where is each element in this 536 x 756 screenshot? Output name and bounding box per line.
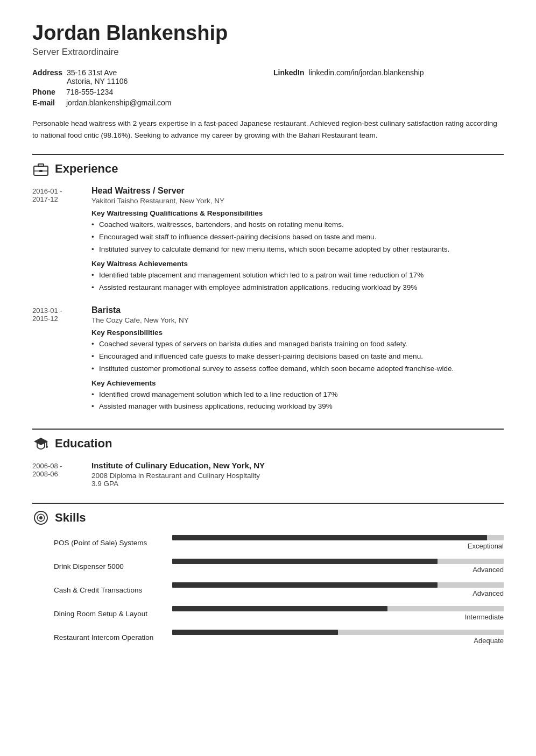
address-block: Address 35-16 31st Ave Astoria, NY 11106 xyxy=(32,68,263,85)
address-value: 35-16 31st Ave Astoria, NY 11106 xyxy=(67,68,128,85)
bullet-item: Coached several types of servers on bari… xyxy=(91,339,504,350)
subsection-heading-1-1: Key Waitressing Qualifications & Respons… xyxy=(91,209,504,217)
subsection-heading-1-2: Key Waitress Achievements xyxy=(91,260,504,268)
graduation-icon xyxy=(32,435,50,452)
bullet-item: Identified crowd management solution whi… xyxy=(91,389,504,401)
skill-bar-area-0: Exceptional xyxy=(172,535,504,550)
edu-content-1: Institute of Culinary Education, New Yor… xyxy=(91,461,504,488)
skill-row-0: POS (Point of Sale) Systems Exceptional xyxy=(54,535,504,550)
skill-name-0: POS (Point of Sale) Systems xyxy=(54,539,161,547)
linkedin-block: LinkedIn linkedin.com/in/jordan.blankens… xyxy=(273,68,504,85)
skill-bar-track-2 xyxy=(172,582,504,588)
skill-name-3: Dining Room Setup & Layout xyxy=(54,610,161,618)
skill-bar-area-1: Advanced xyxy=(172,559,504,574)
experience-entry-2: 2013-01 -2015-12 Barista The Cozy Cafe, … xyxy=(32,305,504,414)
edu-entry-1: 2006-08 -2008-06 Institute of Culinary E… xyxy=(32,461,504,488)
svg-marker-4 xyxy=(34,438,48,445)
skill-bar-track-1 xyxy=(172,559,504,564)
skills-header: Skills xyxy=(32,503,504,526)
bullet-item: Assisted restaurant manager with employe… xyxy=(91,282,504,294)
entry-dates-1: 2016-01 -2017-12 xyxy=(32,186,86,295)
skill-row-4: Restaurant Intercom Operation Adequate xyxy=(54,630,504,645)
edu-gpa-1: 3.9 GPA xyxy=(91,480,504,488)
edu-school-1: Institute of Culinary Education, New Yor… xyxy=(91,461,504,470)
bullet-item: Assisted manager with business applicati… xyxy=(91,401,504,412)
skill-row-1: Drink Dispenser 5000 Advanced xyxy=(54,559,504,574)
phone-label: Phone xyxy=(32,88,62,96)
skill-name-2: Cash & Credit Transactions xyxy=(54,586,161,594)
experience-entry-1: 2016-01 -2017-12 Head Waitress / Server … xyxy=(32,186,504,295)
subsection-heading-2-1: Key Responsibilities xyxy=(91,329,504,337)
phone-block: Phone 718-555-1234 xyxy=(32,88,263,96)
skill-name-1: Drink Dispenser 5000 xyxy=(54,562,161,570)
job-title-1: Head Waitress / Server xyxy=(91,186,504,196)
skill-bar-area-4: Adequate xyxy=(172,630,504,645)
svg-rect-1 xyxy=(38,164,44,167)
job-subtitle: Server Extraordinaire xyxy=(32,47,504,58)
phone-value: 718-555-1234 xyxy=(66,88,113,96)
contact-section: Address 35-16 31st Ave Astoria, NY 11106… xyxy=(32,68,504,107)
entry-content-1: Head Waitress / Server Yakitori Taisho R… xyxy=(91,186,504,295)
education-header: Education xyxy=(32,429,504,452)
skills-section: Skills POS (Point of Sale) Systems Excep… xyxy=(32,503,504,645)
job-title-2: Barista xyxy=(91,305,504,315)
edu-dates-1: 2006-08 -2008-06 xyxy=(32,461,86,488)
skill-bar-track-0 xyxy=(172,535,504,540)
subsection-heading-2-2: Key Achievements xyxy=(91,379,504,387)
bullet-item: Identified table placement and managemen… xyxy=(91,270,504,281)
experience-header: Experience xyxy=(32,154,504,177)
skill-bar-area-2: Advanced xyxy=(172,582,504,597)
skill-level-1: Advanced xyxy=(472,566,504,574)
skill-level-0: Exceptional xyxy=(468,542,504,550)
skill-row-2: Cash & Credit Transactions Advanced xyxy=(54,582,504,597)
linkedin-label: LinkedIn xyxy=(273,68,305,77)
skill-level-2: Advanced xyxy=(472,589,504,597)
experience-section: Experience 2016-01 -2017-12 Head Waitres… xyxy=(32,154,504,413)
full-name: Jordan Blankenship xyxy=(32,22,504,45)
bullet-item: Instituted survey to calculate demand fo… xyxy=(91,244,504,255)
job-company-2: The Cozy Cafe, New York, NY xyxy=(91,316,504,324)
email-label: E-mail xyxy=(32,98,62,107)
skill-name-4: Restaurant Intercom Operation xyxy=(54,633,161,641)
skill-bar-area-3: Intermediate xyxy=(172,606,504,621)
edu-detail-1: 2008 Diploma in Restaurant and Culinary … xyxy=(91,472,504,480)
bullet-list-1-1: Coached waiters, waitresses, bartenders,… xyxy=(91,219,504,255)
briefcase-icon xyxy=(32,160,50,177)
summary-text: Personable head waitress with 2 years ex… xyxy=(32,118,504,141)
bullet-item: Coached waiters, waitresses, bartenders,… xyxy=(91,219,504,231)
skills-title: Skills xyxy=(55,511,86,525)
education-section: Education 2006-08 -2008-06 Institute of … xyxy=(32,429,504,488)
entry-content-2: Barista The Cozy Cafe, New York, NY Key … xyxy=(91,305,504,414)
skill-bar-fill-1 xyxy=(172,559,438,564)
entry-dates-2: 2013-01 -2015-12 xyxy=(32,305,86,414)
email-block: E-mail jordan.blankenship@gmail.com xyxy=(32,98,263,107)
skill-level-4: Adequate xyxy=(474,637,504,645)
skill-bar-fill-2 xyxy=(172,582,438,588)
address-label: Address xyxy=(32,68,62,77)
bullet-item: Instituted customer promotional survey t… xyxy=(91,363,504,375)
bullet-list-1-2: Identified table placement and managemen… xyxy=(91,270,504,294)
skill-bar-fill-0 xyxy=(172,535,487,540)
linkedin-value: linkedin.com/in/jordan.blankenship xyxy=(309,68,424,77)
bullet-list-2-2: Identified crowd management solution whi… xyxy=(91,389,504,413)
skill-bar-track-3 xyxy=(172,606,504,611)
bullet-list-2-1: Coached several types of servers on bari… xyxy=(91,339,504,375)
skill-bar-fill-3 xyxy=(172,606,387,611)
job-company-1: Yakitori Taisho Restaurant, New York, NY xyxy=(91,197,504,205)
skill-level-3: Intermediate xyxy=(465,613,504,621)
svg-rect-3 xyxy=(39,170,43,172)
svg-point-6 xyxy=(46,446,48,448)
skill-bar-track-4 xyxy=(172,630,504,635)
svg-point-8 xyxy=(39,516,43,519)
skill-bar-fill-4 xyxy=(172,630,338,635)
education-title: Education xyxy=(55,437,112,451)
experience-title: Experience xyxy=(55,162,118,176)
email-value: jordan.blankenship@gmail.com xyxy=(66,98,172,107)
skills-list: POS (Point of Sale) Systems Exceptional … xyxy=(32,535,504,645)
skills-icon xyxy=(32,509,50,526)
bullet-item: Encouraged wait staff to influence desse… xyxy=(91,232,504,243)
bullet-item: Encouraged and influenced cafe guests to… xyxy=(91,351,504,362)
skill-row-3: Dining Room Setup & Layout Intermediate xyxy=(54,606,504,621)
